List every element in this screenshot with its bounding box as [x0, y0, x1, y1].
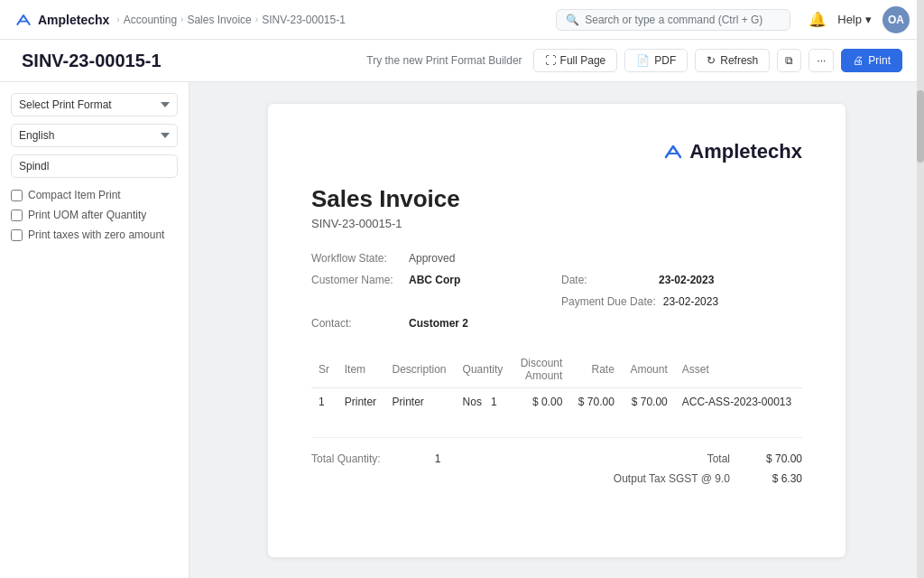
copy-button[interactable]: ⧉: [777, 49, 801, 72]
company-name: Ampletechx: [689, 140, 802, 163]
col-description: Description: [384, 351, 455, 388]
cell-item: Printer: [337, 388, 385, 416]
breadcrumb: › Accounting › Sales Invoice › SINV-23-0…: [116, 14, 346, 26]
topnav: Ampletechx › Accounting › Sales Invoice …: [0, 0, 924, 40]
date-value: 23-02-2023: [659, 274, 714, 286]
total-qty-value: 1: [435, 452, 489, 465]
print-icon: 🖨: [853, 54, 864, 67]
page-title: SINV-23-00015-1: [22, 51, 162, 71]
scrollbar-track[interactable]: [917, 0, 924, 578]
total-qty-label: Total Quantity:: [311, 452, 381, 465]
contact-row: Contact: Customer 2: [311, 317, 552, 330]
invoice-company: Ampletechx: [662, 140, 802, 163]
print-uom-label: Print UOM after Quantity: [28, 209, 146, 221]
language-select[interactable]: English: [11, 124, 178, 147]
total-qty-row: Total Quantity: 1 Total $ 70.00: [311, 449, 802, 469]
breadcrumb-current[interactable]: SINV-23-00015-1: [262, 14, 346, 26]
col-quantity: Quantity: [456, 351, 512, 388]
invoice-table-body: 1 Printer Printer Nos 1 $ 0.00 $ 70.00 $…: [311, 388, 802, 416]
invoice-logo-row: Ampletechx: [311, 140, 802, 163]
pdf-icon: 📄: [636, 54, 650, 67]
col-amount: Amount: [622, 351, 675, 388]
app-logo[interactable]: Ampletechx: [14, 11, 109, 29]
date-label: Date:: [561, 274, 651, 286]
col-asset: Asset: [675, 351, 802, 388]
breadcrumb-sep1: ›: [116, 14, 119, 24]
col-rate: Rate: [569, 351, 622, 388]
invoice-table-head: Sr Item Description Quantity DiscountAmo…: [311, 351, 802, 388]
meta-right-empty1: [561, 252, 802, 265]
table-row: 1 Printer Printer Nos 1 $ 0.00 $ 70.00 $…: [311, 388, 802, 416]
spindl-input[interactable]: [11, 154, 178, 178]
print-taxes-checkbox[interactable]: Print taxes with zero amount: [11, 228, 178, 241]
meta-right-empty2: [561, 317, 802, 330]
print-format-select[interactable]: Select Print Format: [11, 93, 178, 117]
cell-sr: 1: [311, 388, 337, 416]
cell-asset: ACC-ASS-2023-00013: [675, 388, 802, 416]
cell-amount: $ 70.00: [622, 388, 675, 416]
cell-discount: $ 0.00: [512, 388, 569, 416]
payment-due-label: Payment Due Date:: [561, 295, 656, 308]
compact-item-label: Compact Item Print: [28, 189, 121, 201]
fullpage-icon: ⛶: [545, 54, 556, 67]
col-sr: Sr: [311, 351, 337, 388]
compact-item-checkbox-input[interactable]: [11, 190, 23, 201]
try-new-label: Try the new Print Format Builder: [366, 54, 522, 67]
app-name: Ampletechx: [38, 13, 109, 27]
workflow-label: Workflow State:: [311, 252, 402, 265]
cell-rate: $ 70.00: [569, 388, 622, 416]
sidebar: Select Print Format English Compact Item…: [0, 82, 189, 578]
print-taxes-checkbox-input[interactable]: [11, 229, 23, 241]
meta-left-empty: [311, 295, 552, 308]
help-button[interactable]: Help ▾: [837, 13, 872, 26]
company-logo-icon: [662, 141, 684, 163]
contact-value: Customer 2: [409, 317, 468, 330]
refresh-icon: ↻: [707, 54, 716, 67]
invoice-title: Sales Invoice: [311, 185, 802, 213]
tax-label: Output Tax SGST @ 9.0: [614, 472, 730, 485]
invoice-title-section: Sales Invoice SINV-23-00015-1: [311, 185, 802, 230]
help-label: Help: [837, 13, 862, 26]
invoice-meta: Workflow State: Approved Customer Name: …: [311, 252, 802, 330]
print-uom-checkbox-input[interactable]: [11, 210, 23, 221]
search-bar[interactable]: 🔍 Search or type a command (Ctrl + G): [556, 9, 790, 31]
more-icon: ···: [817, 54, 826, 67]
tax-row: Output Tax SGST @ 9.0 $ 6.30: [311, 469, 802, 489]
invoice-card: Ampletechx Sales Invoice SINV-23-00015-1…: [268, 104, 845, 557]
fullpage-button[interactable]: ⛶ Full Page: [533, 49, 618, 72]
col-discount: DiscountAmount: [512, 351, 569, 388]
customer-value: ABC Corp: [409, 274, 460, 286]
print-button[interactable]: 🖨 Print: [841, 49, 902, 72]
main-layout: Select Print Format English Compact Item…: [0, 82, 924, 578]
compact-item-checkbox[interactable]: Compact Item Print: [11, 189, 178, 201]
customer-label: Customer Name:: [311, 274, 402, 286]
search-placeholder: Search or type a command (Ctrl + G): [585, 14, 762, 26]
page-actions: Try the new Print Format Builder ⛶ Full …: [366, 49, 902, 72]
checkbox-group: Compact Item Print Print UOM after Quant…: [11, 189, 178, 241]
breadcrumb-sep2: ›: [180, 14, 183, 24]
payment-due-value: 23-02-2023: [663, 295, 718, 308]
table-header-row: Sr Item Description Quantity DiscountAmo…: [311, 351, 802, 388]
workflow-row: Workflow State: Approved: [311, 252, 552, 265]
bell-icon[interactable]: 🔔: [808, 11, 827, 28]
invoice-number: SINV-23-00015-1: [311, 217, 802, 230]
invoice-table: Sr Item Description Quantity DiscountAmo…: [311, 351, 802, 415]
page-header: SINV-23-00015-1 Try the new Print Format…: [0, 40, 924, 82]
scrollbar-thumb[interactable]: [917, 90, 924, 163]
breadcrumb-accounting[interactable]: Accounting: [124, 14, 177, 26]
chevron-down-icon: ▾: [865, 13, 872, 26]
search-icon: 🔍: [566, 14, 579, 26]
pdf-button[interactable]: 📄 PDF: [624, 49, 688, 72]
refresh-button[interactable]: ↻ Refresh: [695, 49, 770, 72]
avatar[interactable]: OA: [882, 6, 910, 33]
col-item: Item: [337, 351, 385, 388]
workflow-value: Approved: [409, 252, 455, 265]
cell-description: Printer: [384, 388, 455, 416]
more-button[interactable]: ···: [808, 49, 834, 72]
print-taxes-label: Print taxes with zero amount: [28, 228, 164, 241]
breadcrumb-sep3: ›: [255, 14, 258, 24]
total-name: Total: [707, 452, 730, 465]
breadcrumb-sales-invoice[interactable]: Sales Invoice: [187, 14, 251, 26]
print-uom-checkbox[interactable]: Print UOM after Quantity: [11, 209, 178, 221]
cell-quantity: Nos 1: [456, 388, 512, 416]
